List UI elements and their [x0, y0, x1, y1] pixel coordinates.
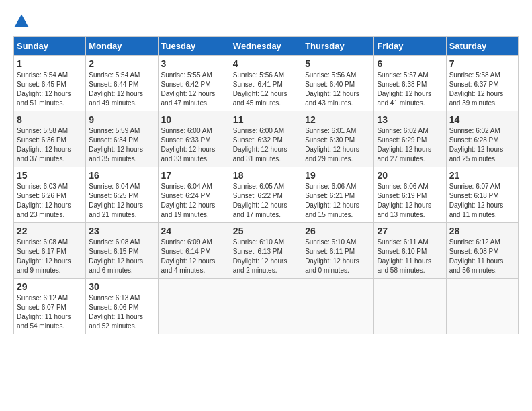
calendar-day-15: 15 Sunrise: 6:03 AMSunset: 6:26 PMDaylig… [14, 167, 86, 223]
day-number: 2 [89, 58, 154, 69]
calendar-day-29: 29 Sunrise: 6:12 AMSunset: 6:07 PMDaylig… [14, 279, 86, 334]
day-number: 16 [89, 170, 154, 181]
weekday-header-sunday: Sunday [14, 37, 86, 56]
weekday-header-friday: Friday [374, 37, 446, 56]
day-number: 1 [17, 58, 83, 69]
calendar-day-9: 9 Sunrise: 5:59 AMSunset: 6:34 PMDayligh… [86, 111, 158, 167]
calendar-day-23: 23 Sunrise: 6:08 AMSunset: 6:15 PMDaylig… [86, 223, 158, 279]
calendar-day-13: 13 Sunrise: 6:02 AMSunset: 6:29 PMDaylig… [374, 111, 446, 167]
calendar-table: SundayMondayTuesdayWednesdayThursdayFrid… [13, 36, 519, 334]
calendar-day-24: 24 Sunrise: 6:09 AMSunset: 6:14 PMDaylig… [158, 223, 230, 279]
day-number: 12 [305, 114, 371, 125]
calendar-day-26: 26 Sunrise: 6:10 AMSunset: 6:11 PMDaylig… [302, 223, 374, 279]
calendar-day-25: 25 Sunrise: 6:10 AMSunset: 6:13 PMDaylig… [230, 223, 302, 279]
weekday-header-tuesday: Tuesday [158, 37, 230, 56]
day-info: Sunrise: 6:09 AMSunset: 6:14 PMDaylight:… [161, 238, 216, 274]
day-info: Sunrise: 5:54 AMSunset: 6:45 PMDaylight:… [17, 71, 71, 107]
day-number: 5 [305, 58, 371, 69]
day-number: 15 [17, 170, 83, 181]
calendar-week-3: 15 Sunrise: 6:03 AMSunset: 6:26 PMDaylig… [14, 167, 519, 223]
day-number: 17 [161, 170, 227, 181]
day-number: 21 [449, 170, 515, 181]
calendar-day-7: 7 Sunrise: 5:58 AMSunset: 6:37 PMDayligh… [446, 56, 518, 111]
day-info: Sunrise: 6:00 AMSunset: 6:32 PMDaylight:… [233, 127, 287, 163]
day-info: Sunrise: 6:13 AMSunset: 6:06 PMDaylight:… [89, 294, 143, 330]
logo [13, 13, 32, 30]
day-info: Sunrise: 6:06 AMSunset: 6:19 PMDaylight:… [377, 183, 431, 218]
day-info: Sunrise: 6:08 AMSunset: 6:15 PMDaylight:… [89, 238, 143, 274]
calendar-day-5: 5 Sunrise: 5:56 AMSunset: 6:40 PMDayligh… [302, 56, 374, 111]
calendar-week-2: 8 Sunrise: 5:58 AMSunset: 6:36 PMDayligh… [14, 111, 519, 167]
calendar-day-4: 4 Sunrise: 5:56 AMSunset: 6:41 PMDayligh… [230, 56, 302, 111]
day-info: Sunrise: 6:02 AMSunset: 6:29 PMDaylight:… [377, 127, 431, 163]
calendar-day-8: 8 Sunrise: 5:58 AMSunset: 6:36 PMDayligh… [14, 111, 86, 167]
day-number: 3 [161, 58, 227, 69]
weekday-header-saturday: Saturday [446, 37, 518, 56]
calendar-day-1: 1 Sunrise: 5:54 AMSunset: 6:45 PMDayligh… [14, 56, 86, 111]
day-number: 25 [233, 226, 299, 236]
calendar-day-3: 3 Sunrise: 5:55 AMSunset: 6:42 PMDayligh… [158, 56, 230, 111]
day-number: 4 [233, 58, 299, 69]
calendar-day-11: 11 Sunrise: 6:00 AMSunset: 6:32 PMDaylig… [230, 111, 302, 167]
day-number: 30 [89, 281, 154, 292]
svg-marker-0 [15, 15, 29, 27]
day-number: 18 [233, 170, 299, 181]
day-info: Sunrise: 6:01 AMSunset: 6:30 PMDaylight:… [305, 127, 359, 163]
day-info: Sunrise: 6:04 AMSunset: 6:25 PMDaylight:… [89, 183, 143, 218]
day-info: Sunrise: 5:56 AMSunset: 6:41 PMDaylight:… [233, 71, 287, 107]
calendar-week-5: 29 Sunrise: 6:12 AMSunset: 6:07 PMDaylig… [14, 279, 519, 334]
day-info: Sunrise: 5:58 AMSunset: 6:37 PMDaylight:… [449, 71, 504, 107]
day-info: Sunrise: 6:07 AMSunset: 6:18 PMDaylight:… [449, 183, 504, 218]
day-info: Sunrise: 6:00 AMSunset: 6:33 PMDaylight:… [161, 127, 216, 163]
calendar-day-18: 18 Sunrise: 6:05 AMSunset: 6:22 PMDaylig… [230, 167, 302, 223]
calendar-week-1: 1 Sunrise: 5:54 AMSunset: 6:45 PMDayligh… [14, 56, 519, 111]
day-number: 14 [449, 114, 515, 125]
day-number: 10 [161, 114, 227, 125]
day-info: Sunrise: 6:08 AMSunset: 6:17 PMDaylight:… [17, 238, 71, 274]
day-info: Sunrise: 5:54 AMSunset: 6:44 PMDaylight:… [89, 71, 143, 107]
day-number: 6 [377, 58, 443, 69]
day-info: Sunrise: 5:56 AMSunset: 6:40 PMDaylight:… [305, 71, 359, 107]
calendar-day-19: 19 Sunrise: 6:06 AMSunset: 6:21 PMDaylig… [302, 167, 374, 223]
day-number: 28 [449, 226, 515, 236]
day-number: 26 [305, 226, 371, 236]
calendar-day-28: 28 Sunrise: 6:12 AMSunset: 6:08 PMDaylig… [446, 223, 518, 279]
day-info: Sunrise: 6:06 AMSunset: 6:21 PMDaylight:… [305, 183, 359, 218]
day-info: Sunrise: 6:05 AMSunset: 6:22 PMDaylight:… [233, 183, 287, 218]
day-number: 7 [449, 58, 515, 69]
day-info: Sunrise: 6:02 AMSunset: 6:28 PMDaylight:… [449, 127, 504, 163]
day-info: Sunrise: 5:58 AMSunset: 6:36 PMDaylight:… [17, 127, 71, 163]
calendar-empty [302, 279, 374, 334]
calendar-day-27: 27 Sunrise: 6:11 AMSunset: 6:10 PMDaylig… [374, 223, 446, 279]
day-number: 13 [377, 114, 443, 125]
day-number: 20 [377, 170, 443, 181]
calendar-empty [230, 279, 302, 334]
calendar-day-16: 16 Sunrise: 6:04 AMSunset: 6:25 PMDaylig… [86, 167, 158, 223]
day-number: 19 [305, 170, 371, 181]
calendar-week-4: 22 Sunrise: 6:08 AMSunset: 6:17 PMDaylig… [14, 223, 519, 279]
day-number: 8 [17, 114, 83, 125]
calendar-empty [158, 279, 230, 334]
weekday-header-thursday: Thursday [302, 37, 374, 56]
day-number: 27 [377, 226, 443, 236]
day-number: 24 [161, 226, 227, 236]
calendar-empty [374, 279, 446, 334]
day-info: Sunrise: 6:04 AMSunset: 6:24 PMDaylight:… [161, 183, 216, 218]
day-info: Sunrise: 6:12 AMSunset: 6:08 PMDaylight:… [449, 238, 504, 274]
day-number: 29 [17, 281, 83, 292]
calendar-day-22: 22 Sunrise: 6:08 AMSunset: 6:17 PMDaylig… [14, 223, 86, 279]
day-info: Sunrise: 6:03 AMSunset: 6:26 PMDaylight:… [17, 183, 71, 218]
day-info: Sunrise: 6:12 AMSunset: 6:07 PMDaylight:… [17, 294, 71, 330]
day-number: 23 [89, 226, 154, 236]
calendar-day-30: 30 Sunrise: 6:13 AMSunset: 6:06 PMDaylig… [86, 279, 158, 334]
calendar-day-12: 12 Sunrise: 6:01 AMSunset: 6:30 PMDaylig… [302, 111, 374, 167]
day-info: Sunrise: 5:59 AMSunset: 6:34 PMDaylight:… [89, 127, 143, 163]
day-info: Sunrise: 6:11 AMSunset: 6:10 PMDaylight:… [377, 238, 431, 274]
day-info: Sunrise: 5:57 AMSunset: 6:38 PMDaylight:… [377, 71, 431, 107]
day-info: Sunrise: 6:10 AMSunset: 6:13 PMDaylight:… [233, 238, 287, 274]
calendar-day-10: 10 Sunrise: 6:00 AMSunset: 6:33 PMDaylig… [158, 111, 230, 167]
day-info: Sunrise: 5:55 AMSunset: 6:42 PMDaylight:… [161, 71, 216, 107]
calendar-empty [446, 279, 518, 334]
day-number: 11 [233, 114, 299, 125]
page-header [13, 13, 519, 30]
